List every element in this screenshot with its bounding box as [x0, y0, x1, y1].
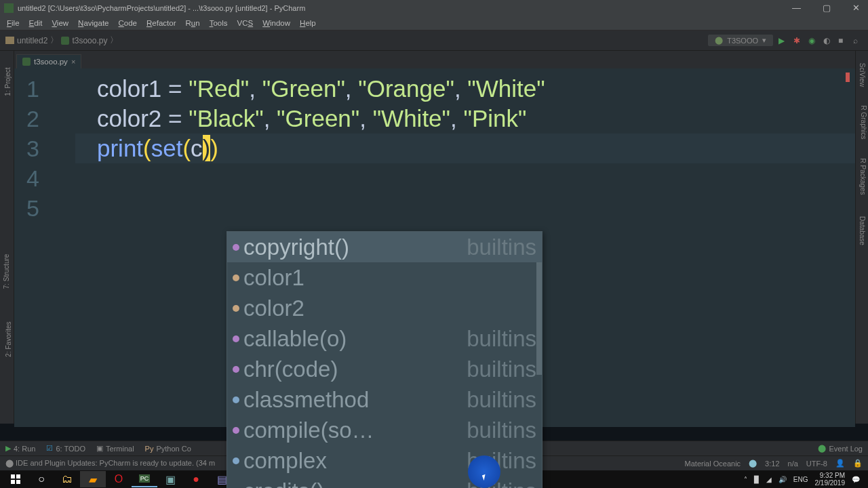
event-log[interactable]: ⬤Event Log [818, 444, 863, 453]
tray-clock[interactable]: 9:32 PM 2/19/2019 [815, 472, 846, 487]
status-position[interactable]: 3:12 [765, 460, 779, 468]
menu-tools[interactable]: Tools [210, 19, 228, 27]
completion-kind-icon [233, 336, 239, 342]
tray-notifications-icon[interactable]: 💬 [852, 476, 860, 483]
menu-bar: File Edit View Navigate Code Refactor Ru… [0, 16, 868, 30]
menu-file[interactable]: File [7, 19, 20, 27]
nav-bar: untitled2 〉 t3sooo.py 〉 ⬤ T3SOOO ▾ ▶ ✱ ◉… [0, 30, 868, 51]
svg-rect-3 [16, 480, 20, 484]
tool-database[interactable]: Database [859, 216, 866, 245]
debug-icon[interactable]: ✱ [793, 36, 803, 45]
status-lock-icon[interactable]: 🔒 [853, 459, 863, 468]
autocomplete-item[interactable]: chr(code)builtins [227, 354, 542, 384]
completion-kind-icon [233, 305, 239, 312]
search-icon[interactable]: ⌕ [853, 36, 863, 45]
menu-navigate[interactable]: Navigate [78, 19, 108, 27]
menu-vcs[interactable]: VCS [237, 19, 253, 27]
window-title: untitled2 [C:\Users\t3so\PycharmProjects… [18, 4, 305, 12]
menu-code[interactable]: Code [119, 19, 138, 27]
editor-tabs: t3sooo.py × [0, 51, 868, 68]
completion-kind-icon [233, 366, 239, 373]
app-icon [4, 3, 14, 13]
run-config-selector[interactable]: ⬤ T3SOOO ▾ [708, 35, 773, 46]
completion-kind-icon [233, 458, 239, 464]
python-icon [22, 58, 31, 66]
status-theme[interactable]: Material Oceanic [685, 460, 741, 468]
status-selection: n/a [788, 460, 798, 468]
tray-battery-icon[interactable]: ▉ [754, 476, 760, 483]
tray-lang[interactable]: ENG [793, 476, 808, 483]
menu-view[interactable]: View [52, 19, 68, 27]
autocomplete-item[interactable]: classmethodbuiltins [227, 384, 542, 415]
svg-rect-0 [11, 474, 15, 479]
menu-help[interactable]: Help [300, 19, 316, 27]
autocomplete-item[interactable]: callable(o)builtins [227, 323, 542, 354]
autocomplete-item[interactable]: compile(so…builtins [227, 415, 542, 445]
coverage-icon[interactable]: ◉ [808, 36, 818, 45]
tool-todo[interactable]: ☑6: TODO [46, 444, 85, 453]
tab-close-icon[interactable]: × [71, 58, 75, 66]
left-tool-strip: 1: Project 7: Structure 2: Favorites [0, 51, 14, 424]
tray-network-icon[interactable]: ◢ [766, 476, 772, 483]
update-notice[interactable]: ⬤ IDE and Plugin Updates: PyCharm is rea… [5, 459, 215, 468]
tool-sciview[interactable]: SciView [859, 63, 866, 87]
close-button[interactable]: ✕ [848, 3, 864, 13]
tool-structure[interactable]: 7: Structure [3, 254, 10, 289]
maximize-button[interactable]: ▢ [818, 3, 835, 13]
autocomplete-popup[interactable]: copyright()builtinscolor1color2callable(… [226, 231, 542, 488]
code-content[interactable]: color1 = "Red", "Green", "Orange", "Whit… [97, 74, 855, 163]
tool-python-console[interactable]: PyPython Co [145, 445, 191, 453]
cursor-icon [482, 474, 488, 481]
profile-icon[interactable]: ◐ [823, 36, 833, 45]
tool-favorites[interactable]: 2: Favorites [5, 321, 12, 357]
tray-volume-icon[interactable]: 🔊 [778, 476, 787, 483]
opera-icon[interactable]: O [106, 471, 132, 487]
start-button[interactable] [3, 471, 28, 487]
explorer-icon[interactable]: 🗂 [54, 471, 80, 487]
status-theme-dot: ⬤ [749, 459, 757, 468]
tray-up-icon[interactable]: ˄ [744, 476, 747, 483]
sublime-icon[interactable]: ▰ [80, 471, 106, 487]
menu-refactor[interactable]: Refactor [146, 19, 176, 27]
gutter[interactable]: 1 2 3 4 5 [14, 68, 75, 427]
code-editor[interactable]: 1 2 3 4 5 color1 = "Red", "Green", "Oran… [14, 68, 855, 427]
completion-kind-icon [233, 244, 239, 251]
tab-t3sooo[interactable]: t3sooo.py × [16, 54, 81, 68]
minimize-button[interactable]: — [788, 3, 805, 13]
tool-project[interactable]: 1: Project [4, 67, 12, 96]
cursor-highlight [468, 455, 500, 488]
crumb-project[interactable]: untitled2 [17, 36, 47, 45]
python-icon [61, 37, 69, 45]
tool-terminal[interactable]: ▣Terminal [96, 444, 134, 453]
tool-run[interactable]: ▶4: Run [5, 444, 35, 453]
crumb-file[interactable]: t3sooo.py [72, 36, 107, 45]
stop-icon[interactable]: ■ [838, 36, 848, 45]
window-titlebar: untitled2 [C:\Users\t3so\PycharmProjects… [0, 0, 868, 16]
autocomplete-item[interactable]: color1 [227, 262, 542, 293]
autocomplete-item[interactable]: color2 [227, 293, 542, 323]
completion-kind-icon [233, 396, 239, 403]
status-encoding[interactable]: UTF-8 [806, 460, 827, 468]
autocomplete-item[interactable]: copyright()builtins [227, 232, 542, 262]
menu-run[interactable]: Run [186, 19, 200, 27]
status-inspections[interactable]: 👤 [835, 459, 845, 468]
record-icon[interactable]: ● [183, 471, 209, 487]
menu-edit[interactable]: Edit [29, 19, 43, 27]
completion-kind-icon [233, 427, 239, 434]
app-icon-1[interactable]: ▣ [157, 471, 183, 487]
right-tool-strip: SciView R Graphics R Packages Database [855, 51, 868, 424]
menu-window[interactable]: Window [262, 19, 290, 27]
completion-kind-icon [233, 274, 239, 281]
folder-icon [5, 37, 14, 44]
pycharm-icon[interactable]: PC [132, 471, 157, 487]
search-icon[interactable]: ○ [28, 471, 54, 487]
tool-rpackages[interactable]: R Packages [859, 159, 867, 195]
run-icon[interactable]: ▶ [778, 36, 788, 45]
tool-rgraphics[interactable]: R Graphics [860, 105, 867, 139]
svg-rect-2 [11, 480, 15, 484]
svg-rect-1 [16, 474, 20, 479]
